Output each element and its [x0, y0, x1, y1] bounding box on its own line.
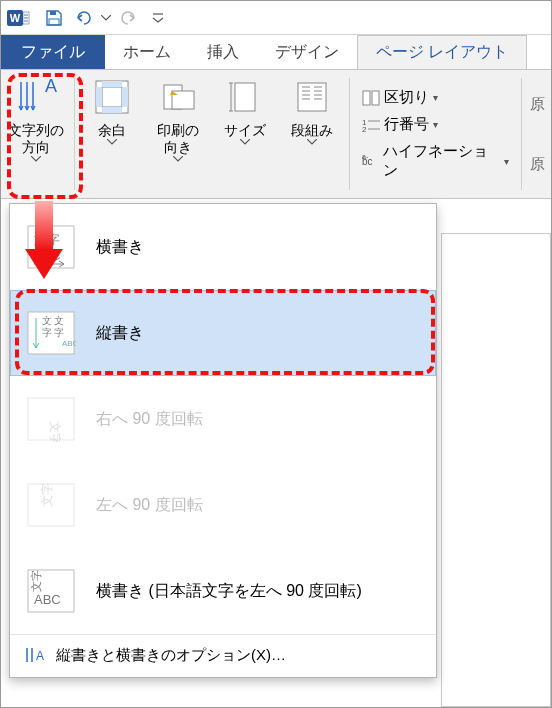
qat-customize-caret[interactable] — [143, 3, 173, 33]
orientation-button[interactable]: 印刷の 向き — [149, 74, 208, 194]
chevron-down-icon: ▾ — [433, 119, 438, 130]
tab-home[interactable]: ホーム — [105, 35, 189, 69]
ribbon-right-truncated: 原 原 — [530, 74, 545, 194]
undo-dropdown-caret[interactable] — [99, 3, 113, 33]
title-bar: W — [1, 1, 551, 35]
svg-text:文字: 文字 — [34, 232, 60, 247]
svg-text:字: 字 — [54, 327, 64, 338]
horizontal-jp-rotate-icon: 文字ABC — [24, 566, 78, 616]
text-direction-dropdown: 文字ABC 横書き 文字文字ABC 縦書き 文字 ABC 右へ 90 度回転 文… — [9, 203, 437, 678]
undo-button[interactable] — [69, 3, 99, 33]
svg-text:ABC: ABC — [34, 248, 61, 263]
dd-horizontal[interactable]: 文字ABC 横書き — [10, 204, 436, 290]
hyphenation-icon: bca- — [362, 153, 380, 169]
svg-text:A: A — [45, 76, 57, 96]
columns-icon — [292, 74, 332, 120]
chevron-down-icon — [307, 139, 317, 145]
truncated-label-2: 原 — [530, 155, 545, 174]
tab-insert[interactable]: 挿入 — [189, 35, 257, 69]
rotate-left-icon: 文字 ABC — [24, 480, 78, 530]
page-setup-col: 区切り ▾ 12 行番号 ▾ bca- ハイフネーション ▾ — [358, 74, 513, 194]
dd-horizontal-jp-rotate[interactable]: 文字ABC 横書き (日本語文字を左へ 90 度回転) — [10, 548, 436, 634]
breaks-button[interactable]: 区切り ▾ — [358, 86, 513, 109]
text-direction-icon: A — [15, 74, 57, 120]
separator — [521, 78, 522, 190]
line-numbers-label: 行番号 — [384, 115, 429, 134]
chevron-down-icon: ▾ — [504, 156, 509, 167]
svg-rect-17 — [96, 87, 102, 107]
size-button[interactable]: サイズ — [216, 74, 275, 194]
text-direction-button[interactable]: A 文字列の 方向 — [7, 74, 66, 194]
dd-options-label: 縦書きと横書きのオプション(X)… — [56, 646, 286, 665]
word-app-icon: W — [5, 5, 31, 31]
svg-rect-15 — [102, 81, 122, 87]
chevron-down-icon — [107, 139, 117, 145]
margins-icon — [92, 74, 132, 120]
svg-text:文字: 文字 — [30, 570, 42, 592]
hyphenation-label: ハイフネーション — [383, 142, 500, 180]
margins-label: 余白 — [98, 122, 126, 139]
chevron-down-icon — [173, 156, 183, 162]
size-icon — [225, 74, 265, 120]
breaks-label: 区切り — [384, 88, 429, 107]
svg-text:文: 文 — [42, 315, 52, 326]
hyphenation-button[interactable]: bca- ハイフネーション ▾ — [358, 140, 513, 182]
document-canvas[interactable] — [441, 233, 551, 707]
text-direction-options-icon: A — [24, 645, 46, 665]
chevron-down-icon — [31, 156, 41, 162]
line-numbers-icon: 12 — [362, 117, 380, 133]
dd-vertical[interactable]: 文字文字ABC 縦書き — [10, 290, 436, 376]
orientation-icon — [158, 74, 198, 120]
svg-text:W: W — [10, 12, 21, 24]
columns-label: 段組み — [291, 122, 333, 139]
truncated-label-1: 原 — [530, 95, 545, 114]
separator — [349, 78, 350, 190]
ribbon-tabs: ファイル ホーム 挿入 デザイン ページ レイアウト — [1, 35, 551, 69]
separator — [74, 78, 75, 190]
svg-rect-6 — [50, 11, 56, 15]
svg-text:ABC: ABC — [62, 339, 76, 348]
svg-rect-21 — [235, 83, 255, 111]
tab-file[interactable]: ファイル — [1, 35, 105, 69]
breaks-icon — [362, 90, 380, 106]
svg-text:A: A — [36, 649, 44, 663]
svg-text:文: 文 — [54, 315, 64, 326]
svg-rect-35 — [372, 91, 379, 105]
dd-rotate-right: 文字 ABC 右へ 90 度回転 — [10, 376, 436, 462]
svg-rect-16 — [102, 107, 122, 113]
svg-text:a-: a- — [362, 153, 369, 160]
size-label: サイズ — [224, 122, 266, 139]
columns-button[interactable]: 段組み — [282, 74, 341, 194]
svg-text:文字 ABC: 文字 ABC — [48, 421, 62, 442]
horizontal-direction-icon: 文字ABC — [24, 222, 78, 272]
svg-text:文字 ABC: 文字 ABC — [40, 482, 54, 507]
svg-rect-7 — [49, 19, 59, 25]
dd-horizontal-jp-rotate-label: 横書き (日本語文字を左へ 90 度回転) — [96, 581, 362, 602]
line-numbers-button[interactable]: 12 行番号 ▾ — [358, 113, 513, 136]
svg-rect-34 — [363, 91, 370, 105]
chevron-down-icon — [240, 139, 250, 145]
ribbon-body: A 文字列の 方向 余白 — [1, 69, 551, 199]
orientation-label: 印刷の 向き — [157, 122, 199, 156]
dd-rotate-left-label: 左へ 90 度回転 — [96, 495, 203, 516]
dd-horizontal-label: 横書き — [96, 237, 144, 258]
chevron-down-icon: ▾ — [433, 92, 438, 103]
text-direction-label: 文字列の 方向 — [8, 122, 64, 156]
svg-text:字: 字 — [42, 327, 52, 338]
redo-button[interactable] — [113, 3, 143, 33]
tab-page-layout[interactable]: ページ レイアウト — [357, 35, 527, 69]
dd-vertical-label: 縦書き — [96, 323, 144, 344]
margins-button[interactable]: 余白 — [83, 74, 142, 194]
svg-text:2: 2 — [362, 125, 367, 133]
tab-design[interactable]: デザイン — [257, 35, 357, 69]
dd-options[interactable]: A 縦書きと横書きのオプション(X)… — [10, 634, 436, 675]
rotate-right-icon: 文字 ABC — [24, 394, 78, 444]
save-button[interactable] — [39, 3, 69, 33]
dd-rotate-right-label: 右へ 90 度回転 — [96, 409, 203, 430]
vertical-direction-icon: 文字文字ABC — [24, 308, 78, 358]
svg-rect-18 — [122, 87, 128, 107]
dd-rotate-left: 文字 ABC 左へ 90 度回転 — [10, 462, 436, 548]
svg-text:ABC: ABC — [34, 592, 61, 607]
